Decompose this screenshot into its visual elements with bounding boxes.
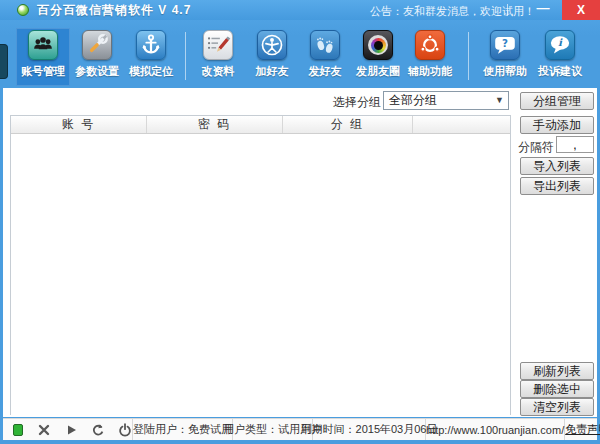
toolbar-item-moments[interactable]: 发朋友圈: [351, 28, 405, 86]
toolbar-label: 投诉建议: [538, 64, 582, 79]
toolbar-item-send-friend[interactable]: 发好友: [298, 28, 352, 86]
toolbar-label: 加好友: [256, 64, 289, 79]
toolbar-label: 模拟定位: [129, 64, 173, 79]
separator-input[interactable]: [556, 136, 594, 153]
separator-label: 分隔符: [518, 139, 554, 156]
announcement-text: 公告：友和群发消息，欢迎试用！: [370, 4, 535, 19]
toolbar-label: 改资料: [202, 64, 235, 79]
svg-text:?: ?: [502, 37, 508, 49]
title-bar: 百分百微信营销软件 V 4.7 公告：友和群发消息，欢迎试用！ — X: [0, 0, 600, 20]
status-bar: 登陆用户：免费试用 用户类型：试用用户 到期时间：2015年03月06日 htt…: [3, 418, 597, 440]
users-icon: [28, 30, 58, 60]
ubuntu-circle-icon: [415, 30, 445, 60]
table-body-empty: [11, 134, 510, 415]
delete-selected-button[interactable]: 删除选中: [520, 380, 594, 398]
camera-lens-icon: [363, 30, 393, 60]
wrench-icon: [82, 30, 112, 60]
import-list-button[interactable]: 导入列表: [520, 157, 594, 175]
toolbar-label: 使用帮助: [483, 64, 527, 79]
edit-profile-icon: [203, 30, 233, 60]
toolbar-item-edit-profile[interactable]: 改资料: [191, 28, 245, 86]
disclaimer-link[interactable]: 免责声明: [565, 419, 600, 440]
manual-add-button[interactable]: 手动添加: [520, 116, 594, 134]
toolbar-label: 辅助功能: [408, 64, 452, 79]
content-area: 选择分组： 全部分组 ▼ 分组管理 账 号 密 码 分 组 手动添加 分隔符 导…: [3, 88, 597, 417]
toolbar-item-location[interactable]: 模拟定位: [124, 28, 178, 86]
account-table: 账 号 密 码 分 组: [10, 115, 511, 415]
minimize-button[interactable]: —: [530, 0, 556, 20]
chevron-down-icon: ▼: [495, 95, 504, 105]
window-title: 百分百微信营销软件 V 4.7: [37, 2, 191, 19]
toolbar-item-feedback[interactable]: i 投诉建议: [533, 28, 587, 86]
toolbar-label: 账号管理: [21, 64, 65, 79]
group-dropdown[interactable]: 全部分组 ▼: [383, 91, 509, 110]
footprints-icon: [310, 30, 340, 60]
table-header-row: 账 号 密 码 分 组: [11, 116, 510, 134]
tools-icon[interactable]: [37, 423, 51, 437]
column-header-group: 分 组: [283, 116, 413, 133]
app-window: 百分百微信营销软件 V 4.7 公告：友和群发消息，欢迎试用！ — X 账号管理: [0, 0, 600, 444]
toolbar-item-account-manage[interactable]: 账号管理: [16, 28, 70, 86]
column-header-password: 密 码: [147, 116, 283, 133]
group-dropdown-value: 全部分组: [389, 92, 437, 109]
export-list-button[interactable]: 导出列表: [520, 177, 594, 195]
website-url: http://www.100ruanjian.com/: [426, 419, 565, 440]
disclaimer-link-text: 免责声明: [565, 422, 600, 437]
clipped-edge-icon: [0, 44, 8, 79]
anchor-icon: [136, 30, 166, 60]
status-green-icon[interactable]: [11, 423, 24, 437]
refresh-list-button[interactable]: 刷新列表: [520, 362, 594, 380]
toolbar-item-add-friend[interactable]: 加好友: [245, 28, 299, 86]
toolbar-label: 参数设置: [75, 64, 119, 79]
column-header-empty: [413, 116, 510, 133]
titlebar-divider: [507, 4, 508, 16]
close-button[interactable]: X: [562, 0, 600, 20]
toolbar-divider: [468, 32, 469, 80]
toolbar: 账号管理 参数设置: [0, 20, 600, 86]
toolbar-label: 发好友: [309, 64, 342, 79]
refresh-icon[interactable]: [91, 423, 105, 437]
toolbar-label: 发朋友圈: [356, 64, 400, 79]
login-user-status: 登陆用户：免费试用: [133, 419, 233, 440]
app-icon: [17, 4, 29, 16]
group-manage-button[interactable]: 分组管理: [520, 92, 594, 110]
toolbar-item-assist[interactable]: 辅助功能: [403, 28, 457, 86]
toolbar-item-settings[interactable]: 参数设置: [70, 28, 124, 86]
add-friend-icon: [257, 30, 287, 60]
clear-list-button[interactable]: 清空列表: [520, 398, 594, 416]
column-header-account: 账 号: [11, 116, 147, 133]
expire-date-status: 到期时间：2015年03月06日: [313, 419, 426, 440]
play-icon[interactable]: [64, 423, 78, 437]
statusbar-icons: [3, 419, 133, 440]
info-bubble-icon: i: [545, 30, 575, 60]
help-bubble-icon: ?: [490, 30, 520, 60]
toolbar-item-help[interactable]: ? 使用帮助: [478, 28, 532, 86]
toolbar-divider: [185, 32, 186, 80]
power-icon[interactable]: [118, 423, 132, 437]
